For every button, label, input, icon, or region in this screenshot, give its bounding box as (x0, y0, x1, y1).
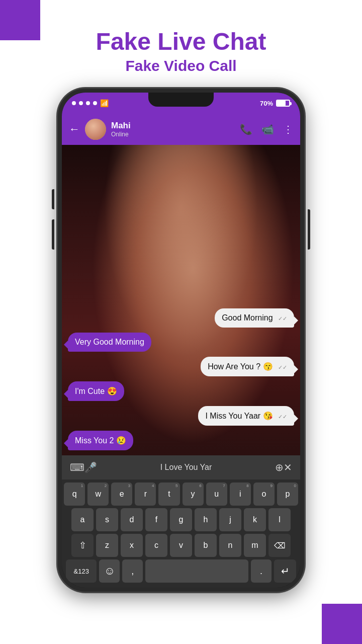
messages-container: Good Morning ✓✓ Very Good Morning How Ar… (62, 303, 300, 455)
message-5-text: I Miss You Yaar 😘 (205, 412, 273, 420)
message-3: How Are You ? 😙 ✓✓ (201, 357, 294, 376)
dot-key[interactable]: . (251, 559, 272, 583)
message-1-text: Good Morning (222, 313, 273, 322)
key-r[interactable]: 4r (135, 482, 156, 506)
phone-notch (148, 93, 214, 107)
typing-input[interactable]: I Love You Yar (97, 463, 275, 472)
side-button-left1 (52, 189, 54, 209)
battery-icon (276, 100, 290, 107)
key-m[interactable]: m (244, 534, 266, 557)
key-g[interactable]: g (170, 508, 192, 531)
comma-key[interactable]: , (122, 559, 143, 583)
key-z[interactable]: z (96, 534, 118, 557)
keyboard-icon[interactable]: ⌨ (70, 461, 84, 473)
battery-percent: 70% (260, 100, 273, 107)
header-icons: 📞 📹 ⋮ (240, 123, 293, 135)
key-t[interactable]: 5t (158, 482, 179, 506)
key-h[interactable]: h (195, 508, 217, 531)
signal-dot-1 (72, 101, 76, 105)
key-k[interactable]: k (244, 508, 266, 531)
key-n[interactable]: n (219, 534, 241, 557)
signal-dot-2 (79, 101, 83, 105)
key-y[interactable]: 6y (183, 482, 204, 506)
chat-header: ← Mahi Online 📞 📹 ⋮ (62, 114, 300, 145)
app-title: Fake Live Chat (96, 28, 266, 55)
key-p[interactable]: 0p (277, 482, 298, 506)
shift-key[interactable]: ⇧ (71, 534, 94, 557)
keyboard-toolbar: ⌨ 🎤 I Love You Yar ⊕ ✕ (62, 455, 300, 479)
video-call-icon[interactable]: 📹 (261, 123, 274, 135)
status-left: 📶 (72, 99, 109, 107)
avatar (85, 119, 106, 140)
message-5-ticks: ✓✓ (278, 414, 287, 420)
key-b[interactable]: b (195, 534, 217, 557)
signal-dot-3 (86, 101, 90, 105)
message-6: Miss You 2 😢 (68, 431, 133, 450)
message-4: I'm Cute 😍 (68, 381, 124, 401)
key-w[interactable]: 2w (87, 482, 109, 506)
key-c[interactable]: c (145, 534, 167, 557)
space-key[interactable] (145, 559, 248, 583)
key-j[interactable]: j (219, 508, 241, 531)
outer-background: Fake Live Chat Fake Video Call 📶 70% (0, 0, 362, 644)
key-a[interactable]: a (71, 508, 94, 531)
side-button-right (308, 209, 310, 250)
close-keyboard-icon[interactable]: ✕ (284, 461, 292, 473)
key-row-1: 1q 2w 3e 4r 5t 6y 7u 8i 9o 0p (64, 482, 298, 506)
avatar-face (85, 119, 106, 140)
message-2: Very Good Morning (68, 333, 151, 352)
message-2-text: Very Good Morning (75, 338, 144, 346)
key-row-3: ⇧ z x c v b n m ⌫ (64, 534, 298, 557)
side-button-left2 (52, 219, 54, 250)
keyboard-rows: 1q 2w 3e 4r 5t 6y 7u 8i 9o 0p a s (62, 479, 300, 588)
contact-status: Online (111, 131, 235, 138)
key-d[interactable]: d (121, 508, 143, 531)
corner-decoration-tl (0, 0, 40, 40)
keyboard-area: ⌨ 🎤 I Love You Yar ⊕ ✕ 1q 2w 3e 4r 5t (62, 455, 300, 588)
mic-icon[interactable]: 🎤 (84, 461, 97, 473)
message-6-text: Miss You 2 😢 (75, 436, 126, 445)
delete-key[interactable]: ⌫ (268, 534, 291, 557)
contact-info: Mahi Online (111, 121, 235, 138)
app-subtitle: Fake Video Call (125, 57, 236, 74)
back-button[interactable]: ← (69, 123, 80, 136)
message-1-ticks: ✓✓ (278, 315, 287, 321)
message-4-text: I'm Cute 😍 (75, 387, 117, 395)
key-e[interactable]: 3e (111, 482, 132, 506)
contact-name: Mahi (111, 121, 235, 131)
more-options-icon[interactable]: ⋮ (283, 123, 293, 135)
key-s[interactable]: s (96, 508, 118, 531)
message-5: I Miss You Yaar 😘 ✓✓ (198, 406, 294, 426)
cursor-icon[interactable]: ⊕ (275, 461, 284, 473)
key-x[interactable]: x (121, 534, 143, 557)
message-3-ticks: ✓✓ (278, 364, 287, 370)
phone-frame: 📶 70% ← Mahi Online (58, 89, 304, 592)
wifi-icon: 📶 (100, 99, 109, 107)
key-row-2: a s d f g h j k l (64, 508, 298, 531)
bottom-row: &123 ☺ , . ↵ (64, 559, 298, 586)
message-1: Good Morning ✓✓ (215, 308, 294, 328)
battery-fill (277, 101, 286, 106)
chat-area: Good Morning ✓✓ Very Good Morning How Ar… (62, 145, 300, 455)
status-right: 70% (260, 100, 290, 107)
numeric-key[interactable]: &123 (66, 559, 97, 583)
key-v[interactable]: v (170, 534, 192, 557)
signal-dot-4 (93, 101, 97, 105)
corner-decoration-br (322, 604, 362, 644)
emoji-key[interactable]: ☺ (99, 559, 120, 583)
key-o[interactable]: 9o (253, 482, 275, 506)
key-i[interactable]: 8i (230, 482, 251, 506)
key-u[interactable]: 7u (206, 482, 227, 506)
key-f[interactable]: f (145, 508, 167, 531)
key-l[interactable]: l (268, 508, 291, 531)
enter-key[interactable]: ↵ (274, 559, 296, 583)
key-q[interactable]: 1q (64, 482, 85, 506)
phone-wrapper: 📶 70% ← Mahi Online (58, 89, 304, 592)
call-icon[interactable]: 📞 (240, 123, 252, 135)
message-3-text: How Are You ? 😙 (208, 362, 273, 371)
